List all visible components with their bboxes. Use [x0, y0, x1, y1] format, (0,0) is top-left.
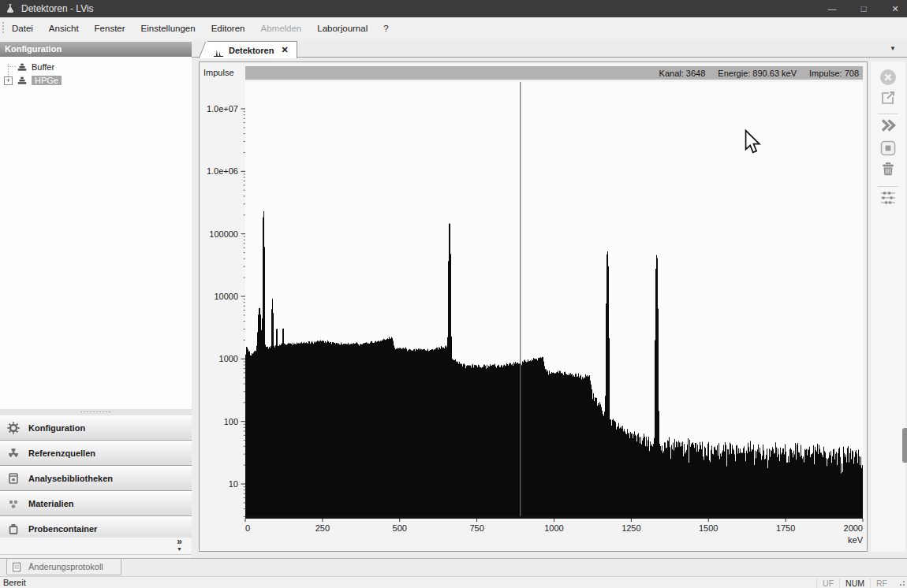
export-spectrum-button[interactable] [880, 90, 896, 109]
x-tick-label: 1750 [776, 523, 795, 533]
window-title: Detektoren - LVis [21, 3, 94, 14]
y-tick-label: 1000 [219, 354, 238, 363]
sidebar-item-label: Konfiguration [28, 423, 85, 433]
app-flask-icon [5, 3, 16, 14]
tree-item-hpge[interactable]: +HPGe [0, 73, 192, 87]
sidebar-item-analysebibliotheken[interactable]: Analysebibliotheken [0, 466, 192, 491]
chevron-down-icon: ▼ [177, 545, 182, 553]
tree-item-label: HPGe [32, 76, 62, 85]
analysis-library-icon [7, 472, 21, 485]
config-tree: Buffer+HPGe [0, 57, 192, 409]
main-area: Detektoren ✕ ▼ Impulse Kanal: 3648Energi… [192, 39, 907, 560]
menu-bar: DateiAnsichtFensterEinstellungenEditoren… [0, 17, 907, 40]
x-tick-label: 2000 [844, 523, 863, 533]
plot-area: 025050075010001250150017502000keV [245, 82, 864, 545]
menu-item-?[interactable]: ? [375, 17, 396, 39]
tab-close-icon[interactable]: ✕ [281, 45, 288, 55]
x-tick-label: 1000 [544, 523, 563, 533]
y-tick-label: 100 [224, 417, 238, 426]
detector-icon [17, 75, 28, 89]
menu-item-laborjournal[interactable]: Laborjournal [309, 17, 375, 39]
maximize-button[interactable]: □ [858, 4, 869, 13]
menu-item-datei[interactable]: Datei [4, 17, 41, 39]
x-tick-label: 500 [393, 523, 407, 533]
toolbar-divider [878, 186, 898, 187]
x-tick-label: 250 [315, 523, 330, 533]
x-tick-label: 750 [469, 523, 483, 533]
sidebar-item-label: Analysebibliotheken [28, 474, 113, 483]
y-tick-label: 1.0e+07 [207, 104, 238, 114]
sidebar-item-materialien[interactable]: Materialien [0, 491, 192, 516]
chevron-right-icon: » [177, 538, 182, 545]
readout-segment-0: Kanal: 3648 [659, 69, 706, 78]
panel-splitter[interactable]: ·········· [0, 409, 192, 415]
sidebar: Konfiguration Buffer+HPGe ·········· Kon… [0, 39, 192, 560]
tab-aenderungsprotokoll[interactable]: Änderungsprotokoll [6, 559, 121, 575]
readout-segment-1: Energie: 890.63 keV [718, 69, 797, 78]
menu-item-editoren[interactable]: Editoren [203, 17, 253, 39]
menu-item-ansicht[interactable]: Ansicht [41, 17, 87, 39]
menu-item-fenster[interactable]: Fenster [87, 17, 133, 39]
toolbar-divider [878, 114, 898, 114]
indicator-uf: UF [816, 579, 839, 588]
sidebar-item-label: Probencontainer [28, 524, 97, 534]
y-tick-label: 10000 [214, 292, 238, 301]
expand-toolbar-button[interactable] [880, 118, 896, 136]
bottom-separator [0, 558, 907, 559]
close-spectrum-button[interactable] [879, 69, 897, 89]
indicator-num: NUM [839, 579, 870, 588]
readout-segment-2: Impulse: 708 [809, 69, 859, 78]
sidebar-bottom-strip: » ▼ [0, 538, 192, 555]
status-text: Bereit [3, 578, 26, 587]
tab-detektoren[interactable]: Detektoren ✕ [207, 41, 297, 58]
y-tick-label: 100000 [209, 229, 238, 239]
stop-acquisition-button[interactable] [880, 140, 896, 159]
menu-item-abmelden: Abmelden [252, 17, 309, 39]
x-tick-label: 1250 [621, 523, 640, 533]
expand-plus-icon[interactable]: + [4, 76, 13, 85]
document-icon [12, 562, 22, 572]
cursor-readout-bar: Kanal: 3648Energie: 890.63 keVImpulse: 7… [245, 66, 863, 80]
spectrum-toolbar [871, 61, 905, 552]
tab-label: Detektoren [229, 46, 274, 55]
spectrum-panel: Impulse Kanal: 3648Energie: 890.63 keVIm… [199, 61, 868, 552]
tree-item-buffer[interactable]: Buffer [0, 60, 192, 73]
indicator-rf: RF [870, 579, 893, 588]
scrollbar-thumb[interactable] [902, 428, 907, 463]
sample-container-icon [7, 523, 21, 535]
tab-list-dropdown-icon[interactable]: ▼ [890, 45, 896, 52]
tree-item-label: Buffer [32, 62, 54, 72]
nav-overflow-button[interactable]: » ▼ [177, 538, 182, 553]
x-axis [245, 516, 863, 519]
title-bar: Detektoren - LVis — □ ✕ [0, 0, 907, 17]
adjust-settings-button[interactable] [880, 191, 896, 208]
minimize-button[interactable]: — [827, 4, 838, 13]
sidebar-header: Konfiguration [0, 42, 192, 57]
sidebar-item-konfiguration[interactable]: Konfiguration [0, 415, 192, 441]
reference-source-icon [7, 447, 21, 460]
mouse-cursor [745, 129, 762, 158]
sidebar-item-label: Materialien [28, 499, 73, 508]
status-bar: Bereit UFNUMRF [0, 576, 907, 588]
clear-spectrum-button[interactable] [880, 162, 896, 180]
tree-connector [9, 66, 16, 67]
close-button[interactable]: ✕ [890, 4, 901, 14]
log-tab-label: Änderungsprotokoll [28, 562, 103, 571]
x-tick-label: 0 [245, 523, 250, 533]
x-axis-unit-label: keV [848, 535, 864, 545]
y-tick-label: 10 [229, 479, 238, 489]
sidebar-item-label: Referenzquellen [28, 448, 95, 458]
spectrum-plot[interactable]: 101001000100001000001.0e+061.0e+07025050… [200, 80, 868, 553]
spectrum-tab-icon [214, 46, 223, 60]
sidebar-item-referenzquellen[interactable]: Referenzquellen [0, 441, 192, 466]
tab-strip: Detektoren ✕ ▼ [192, 39, 907, 58]
materials-icon [7, 497, 21, 510]
sidebar-nav: KonfigurationReferenzquellenAnalysebibli… [0, 415, 192, 541]
y-axis-title: Impulse [203, 68, 234, 77]
keyboard-indicators: UFNUMRF [816, 577, 893, 588]
x-tick-label: 1500 [699, 523, 718, 533]
menu-item-einstellungen[interactable]: Einstellungen [133, 17, 203, 39]
y-tick-label: 1.0e+06 [207, 166, 238, 176]
gear-icon [7, 422, 21, 434]
resize-grip-icon[interactable] [898, 579, 905, 586]
